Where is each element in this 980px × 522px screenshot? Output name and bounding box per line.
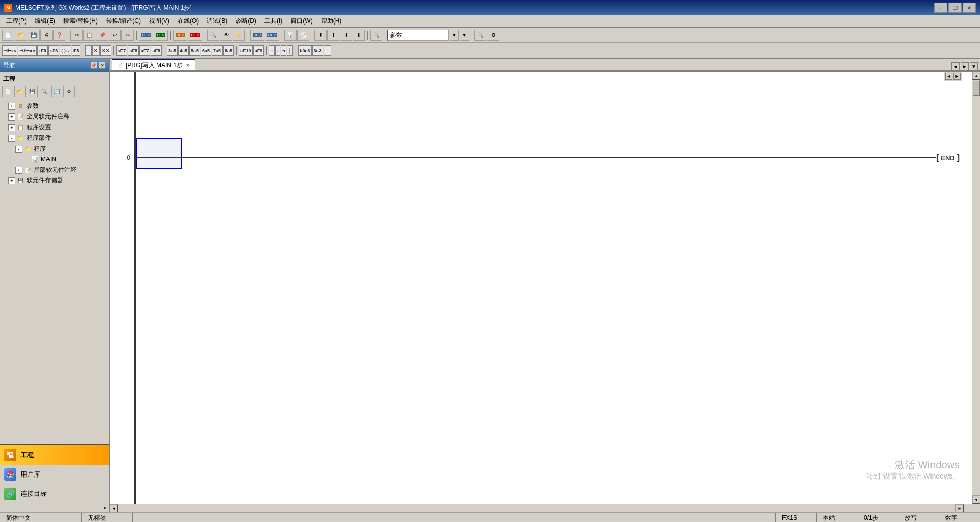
proj-verify-btn[interactable]: 🔍: [39, 86, 50, 97]
tree-item-global-comments[interactable]: + 📝 全局软元件注释: [0, 111, 109, 122]
nav-float-btn[interactable]: 📌: [90, 62, 97, 69]
io4-btn[interactable]: ⬆: [353, 30, 365, 41]
sf7-sym[interactable]: sF7: [116, 45, 128, 56]
expander-local[interactable]: +: [15, 167, 22, 174]
compile-button[interactable]: DEV: [139, 30, 153, 41]
menu-debug[interactable]: 调试(B): [203, 16, 231, 27]
write-plc-btn[interactable]: DEV: [173, 30, 187, 41]
tree-item-main[interactable]: + 📊 MAIN: [0, 154, 109, 164]
sf8-sym[interactable]: sF8: [128, 45, 139, 56]
vertical-scrollbar[interactable]: ▲ ▼: [972, 72, 980, 504]
f8-coil[interactable]: F8: [72, 45, 81, 56]
tree-item-program[interactable]: - 📁 程序: [0, 144, 109, 154]
menu-online[interactable]: 在线(O): [174, 16, 203, 27]
s3a5-sym[interactable]: 3a5: [167, 45, 178, 56]
doc-nav-right[interactable]: ►: [953, 73, 961, 80]
search-combo[interactable]: 参数: [387, 30, 449, 41]
menu-convert[interactable]: 转换/编译(C): [102, 16, 145, 27]
tab-nav-down[interactable]: ▼: [970, 62, 978, 70]
menu-view[interactable]: 视图(V): [145, 16, 174, 27]
copy-button[interactable]: 📋: [83, 30, 95, 41]
proj-open-btn[interactable]: 📂: [14, 86, 26, 97]
sa8-sym[interactable]: aF8: [151, 45, 162, 56]
sf6-contact[interactable]: sF6: [48, 45, 60, 56]
save-button[interactable]: 💾: [28, 30, 40, 41]
nav-tab-project[interactable]: 🏗 工程: [0, 445, 109, 465]
menu-search[interactable]: 搜索/替换(H): [59, 16, 102, 27]
nav-expand-btn[interactable]: »: [0, 504, 109, 512]
expander-program[interactable]: -: [15, 146, 22, 153]
b0c3-sym[interactable]: b0c3: [298, 45, 312, 56]
ladder-area[interactable]: ◄ ► 0 [ END ]: [110, 72, 980, 512]
doc-tab-main[interactable]: 📄 [PRG]写入 MAIN 1步 ✕: [112, 59, 195, 70]
hz-line[interactable]: ─: [85, 45, 91, 56]
s7a5-sym[interactable]: 7a5: [212, 45, 223, 56]
del-contact[interactable]: ✕✕: [100, 45, 111, 56]
3c3-sym[interactable]: 3c3: [312, 45, 323, 56]
misc2-btn[interactable]: 📈: [297, 30, 309, 41]
f7-coil[interactable]: ( )F7: [60, 45, 71, 56]
nav-close-btn[interactable]: ✕: [99, 62, 106, 69]
redo-button[interactable]: ↪: [121, 30, 134, 41]
f6-contact[interactable]: ↑F6: [37, 45, 48, 56]
arrow-sym[interactable]: →: [324, 45, 331, 56]
open-button[interactable]: 📂: [15, 30, 27, 41]
io1-btn[interactable]: ⬇: [314, 30, 327, 41]
cf10-sym[interactable]: cF10: [239, 45, 253, 56]
io2-btn[interactable]: ⬆: [327, 30, 339, 41]
search-dropdown-arrow[interactable]: ▼: [460, 30, 469, 41]
menu-project[interactable]: 工程(P): [2, 16, 31, 27]
expander-prg-parts[interactable]: -: [8, 135, 15, 142]
s8a5-sym[interactable]: 8a5: [223, 45, 234, 56]
close-button[interactable]: ✕: [963, 3, 976, 13]
v-scroll-up[interactable]: ▲: [972, 72, 980, 80]
doc-tab-close-btn[interactable]: ✕: [185, 62, 191, 68]
new-button[interactable]: 📄: [2, 30, 14, 41]
sa7-sym[interactable]: aF7: [139, 45, 151, 56]
minimize-button[interactable]: ─: [934, 3, 947, 13]
s6a5-sym[interactable]: 6a5: [201, 45, 211, 56]
misc1-btn[interactable]: 📊: [284, 30, 297, 41]
force-btn[interactable]: ⚡: [233, 30, 245, 41]
af9-sym[interactable]: aF9: [253, 45, 264, 56]
extra1-btn[interactable]: 🔍: [474, 30, 486, 41]
search-dropdown-btn[interactable]: ▼: [450, 30, 459, 41]
nav-tab-library[interactable]: 📚 用户库: [0, 465, 109, 484]
tree-item-params[interactable]: + ⚙ 参数: [0, 101, 109, 111]
proj-save-btn[interactable]: 💾: [27, 86, 38, 97]
expander-global[interactable]: +: [8, 113, 15, 121]
v-scroll-thumb[interactable]: [973, 80, 980, 96]
expander-params[interactable]: +: [8, 103, 15, 110]
extra2-btn[interactable]: ⚙: [487, 30, 499, 41]
cut-button[interactable]: ✂: [70, 30, 83, 41]
menu-diag[interactable]: 诊断(D): [231, 16, 260, 27]
tab-nav-left[interactable]: ◄: [951, 62, 960, 70]
compile2-button[interactable]: DEV: [154, 30, 168, 41]
tab-nav-right[interactable]: ►: [961, 62, 969, 70]
s5a5-sym[interactable]: 5a5: [189, 45, 200, 56]
negate-sym[interactable]: ¬: [281, 45, 286, 56]
tree-item-program-settings[interactable]: + 📋 程序设置: [0, 122, 109, 133]
menu-help[interactable]: 帮助(H): [317, 16, 346, 27]
tree-item-device-memory[interactable]: + 💾 软元件存储器: [0, 175, 109, 186]
tree-item-local-comments[interactable]: + 📝 局部软元件注释: [0, 164, 109, 175]
paste-button[interactable]: 📌: [96, 30, 108, 41]
nav-find-btn[interactable]: 🔍: [370, 30, 382, 41]
expander-device-memory[interactable]: +: [8, 177, 15, 184]
menu-edit[interactable]: 编辑(E): [31, 16, 59, 27]
print-button[interactable]: 🖨: [40, 30, 53, 41]
help-button[interactable]: ❓: [53, 30, 65, 41]
io3-btn[interactable]: ⬇: [340, 30, 352, 41]
h-scroll-right[interactable]: ►: [955, 504, 964, 512]
s4a5-sym[interactable]: 4a5: [178, 45, 189, 56]
monitor-btn[interactable]: 🔍: [207, 30, 219, 41]
nav-tab-connection[interactable]: 🔗 连接目标: [0, 484, 109, 504]
menu-window[interactable]: 窗口(W): [286, 16, 316, 27]
monitor2-btn[interactable]: 👁: [220, 30, 232, 41]
read-plc-btn[interactable]: DEV: [188, 30, 202, 41]
doc-nav-left[interactable]: ◄: [945, 73, 952, 80]
tree-item-program-parts[interactable]: - 📁 程序部件: [0, 133, 109, 144]
up-sym[interactable]: ↑: [269, 45, 275, 56]
dev3-btn[interactable]: DEV: [250, 30, 264, 41]
proj-new-btn[interactable]: 📄: [2, 86, 13, 97]
